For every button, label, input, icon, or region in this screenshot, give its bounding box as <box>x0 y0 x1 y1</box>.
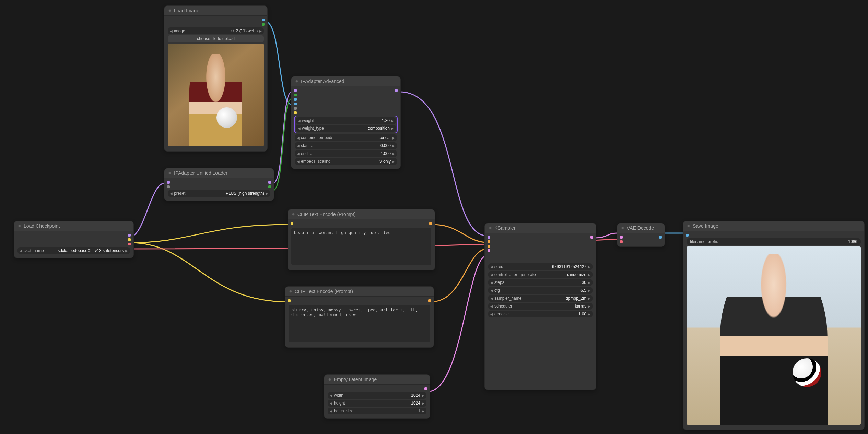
node-empty-latent-image[interactable]: Empty Latent Image ◀ width 1024 ▶ ◀ heig… <box>324 374 430 419</box>
arrow-left-icon[interactable]: ◀ <box>297 136 300 140</box>
port-clip-in[interactable] <box>291 222 293 225</box>
widget-combine-embeds[interactable]: ◀ combine_embeds concat ▶ <box>295 134 397 141</box>
arrow-right-icon[interactable]: ▶ <box>588 304 590 308</box>
port-ipadapter-in[interactable] <box>167 185 170 188</box>
arrow-left-icon[interactable]: ◀ <box>297 160 300 164</box>
arrow-right-icon[interactable]: ▶ <box>588 281 590 285</box>
node-header[interactable]: CLIP Text Encode (Prompt) <box>285 287 434 297</box>
port-attn-mask-in[interactable] <box>294 107 297 110</box>
widget-filename-prefix[interactable]: filename_prefix 1086 <box>687 238 861 245</box>
text-input[interactable]: blurry, noisy, messy, lowres, jpeg, arti… <box>289 305 430 342</box>
port-model-out[interactable] <box>268 181 271 184</box>
arrow-left-icon[interactable]: ◀ <box>490 312 493 316</box>
collapse-icon[interactable] <box>292 213 295 216</box>
arrow-left-icon[interactable]: ◀ <box>330 409 332 413</box>
port-latent-out[interactable] <box>590 236 593 239</box>
collapse-icon[interactable] <box>687 225 690 227</box>
widget-end-at[interactable]: ◀ end_at 1.000 ▶ <box>295 150 397 157</box>
collapse-icon[interactable] <box>18 225 21 227</box>
port-clip-out[interactable] <box>128 238 131 241</box>
arrow-left-icon[interactable]: ◀ <box>490 273 493 277</box>
node-ipadapter-unified-loader[interactable]: IPAdapter Unified Loader ◀ preset PLUS (… <box>164 168 274 201</box>
arrow-right-icon[interactable]: ▶ <box>588 289 590 292</box>
widget-height[interactable]: ◀ height 1024 ▶ <box>328 400 426 407</box>
node-save-image[interactable]: Save Image filename_prefix 1086 <box>683 221 865 430</box>
port-conditioning-out[interactable] <box>428 299 431 302</box>
port-image-in[interactable] <box>294 98 297 101</box>
arrow-right-icon[interactable]: ▶ <box>588 273 590 277</box>
node-ksampler[interactable]: KSampler ◀ seed 679311912524427 ▶ ◀ cont… <box>484 223 596 390</box>
widget-start-at[interactable]: ◀ start_at 0.000 ▶ <box>295 142 397 149</box>
node-header[interactable]: Load Image <box>164 6 267 16</box>
widget-embeds-scaling[interactable]: ◀ embeds_scaling V only ▶ <box>295 158 397 165</box>
arrow-left-icon[interactable]: ◀ <box>20 249 22 253</box>
port-samples-in[interactable] <box>620 236 623 239</box>
input-image-preview[interactable] <box>168 44 264 146</box>
port-conditioning-out[interactable] <box>429 222 432 225</box>
node-load-image[interactable]: Load Image ◀ image 0_2 (11).webp ▶ choos… <box>164 5 268 152</box>
widget-control-after-generate[interactable]: ◀ control_after_generate randomize ▶ <box>488 271 593 278</box>
port-positive-in[interactable] <box>488 240 490 243</box>
arrow-left-icon[interactable]: ◀ <box>490 297 493 300</box>
port-image-neg-in[interactable] <box>294 103 297 105</box>
arrow-right-icon[interactable]: ▶ <box>125 249 128 253</box>
port-latent-out[interactable] <box>424 387 427 390</box>
arrow-right-icon[interactable]: ▶ <box>422 394 424 397</box>
arrow-left-icon[interactable]: ◀ <box>490 281 493 285</box>
widget-ckpt-name[interactable]: ◀ ckpt_name sdxl/albedobaseXL_v13.safete… <box>17 247 130 254</box>
port-model-out[interactable] <box>395 89 398 92</box>
arrow-right-icon[interactable]: ▶ <box>422 401 424 405</box>
node-clip-text-encode-negative[interactable]: CLIP Text Encode (Prompt) blurry, noisy,… <box>285 286 434 348</box>
node-vae-decode[interactable]: VAE Decode <box>617 223 665 247</box>
arrow-left-icon[interactable]: ◀ <box>298 126 301 130</box>
arrow-right-icon[interactable]: ▶ <box>392 136 395 140</box>
arrow-right-icon[interactable]: ▶ <box>392 144 395 148</box>
node-header[interactable]: IPAdapter Unified Loader <box>164 168 274 178</box>
node-ipadapter-advanced[interactable]: IPAdapter Advanced ◀ weight 1.80 ▶ <box>291 76 401 169</box>
arrow-left-icon[interactable]: ◀ <box>330 401 332 405</box>
output-image-preview[interactable] <box>687 246 861 425</box>
arrow-left-icon[interactable]: ◀ <box>490 304 493 308</box>
port-model-in[interactable] <box>167 181 170 184</box>
port-vae-in[interactable] <box>620 240 623 243</box>
widget-denoise[interactable]: ◀ denoise 1.00 ▶ <box>488 311 593 317</box>
arrow-left-icon[interactable]: ◀ <box>297 144 300 148</box>
widget-weight-type[interactable]: ◀ weight_type composition ▶ <box>296 125 396 132</box>
port-ipadapter-out[interactable] <box>268 185 271 188</box>
widget-batch-size[interactable]: ◀ batch_size 1 ▶ <box>328 408 426 414</box>
arrow-left-icon[interactable]: ◀ <box>297 152 300 156</box>
arrow-right-icon[interactable]: ▶ <box>588 312 590 316</box>
node-header[interactable]: CLIP Text Encode (Prompt) <box>288 209 435 219</box>
widget-steps[interactable]: ◀ steps 30 ▶ <box>488 279 593 286</box>
port-vae-out[interactable] <box>128 243 131 245</box>
collapse-icon[interactable] <box>621 227 624 229</box>
arrow-right-icon[interactable]: ▶ <box>266 192 268 195</box>
arrow-left-icon[interactable]: ◀ <box>298 119 301 123</box>
port-mask-out[interactable] <box>262 23 265 26</box>
port-negative-in[interactable] <box>488 245 490 248</box>
port-images-in[interactable] <box>686 234 689 237</box>
node-header[interactable]: Empty Latent Image <box>324 375 430 385</box>
port-ipadapter-in[interactable] <box>294 94 297 96</box>
collapse-icon[interactable] <box>295 80 298 83</box>
node-header[interactable]: Save Image <box>683 221 864 231</box>
port-image-out[interactable] <box>262 19 265 21</box>
widget-width[interactable]: ◀ width 1024 ▶ <box>328 392 426 399</box>
widget-image[interactable]: ◀ image 0_2 (11).webp ▶ <box>168 27 264 34</box>
node-header[interactable]: IPAdapter Advanced <box>291 76 400 86</box>
arrow-left-icon[interactable]: ◀ <box>490 289 493 292</box>
port-clip-in[interactable] <box>288 299 291 302</box>
port-latent-in[interactable] <box>488 249 490 252</box>
port-image-out[interactable] <box>659 236 662 239</box>
text-input[interactable]: beautiful woman, high quality, detailed <box>291 228 431 265</box>
node-header[interactable]: VAE Decode <box>617 223 665 233</box>
widget-sampler-name[interactable]: ◀ sampler_name dpmpp_2m ▶ <box>488 295 593 302</box>
collapse-icon[interactable] <box>168 9 171 12</box>
arrow-left-icon[interactable]: ◀ <box>490 265 493 269</box>
arrow-right-icon[interactable]: ▶ <box>391 119 394 123</box>
port-clip-vision-in[interactable] <box>294 111 297 114</box>
node-header[interactable]: Load Checkpoint <box>14 221 133 231</box>
node-graph-canvas[interactable]: Load Image ◀ image 0_2 (11).webp ▶ choos… <box>0 0 868 434</box>
collapse-icon[interactable] <box>289 290 292 293</box>
arrow-right-icon[interactable]: ▶ <box>392 160 395 164</box>
